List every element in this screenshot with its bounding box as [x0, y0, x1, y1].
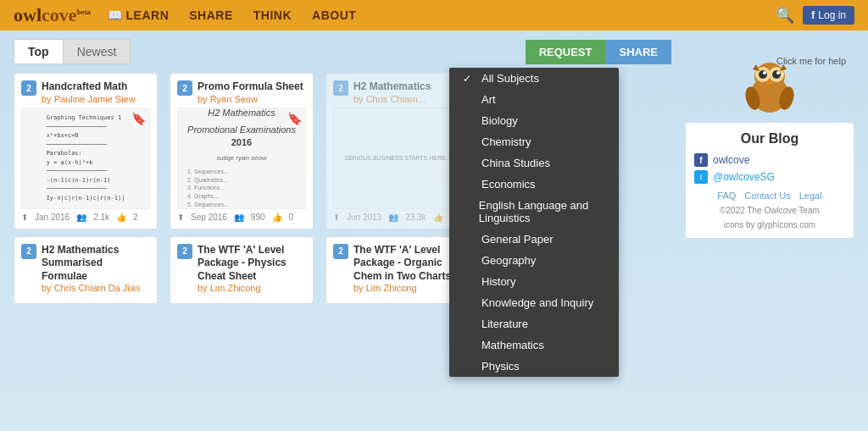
dropdown-item-history[interactable]: History	[449, 271, 619, 292]
dropdown-item-physics[interactable]: Physics	[449, 356, 619, 377]
svg-point-4	[759, 70, 767, 79]
note-author: by Chris Chiarn...	[353, 94, 431, 104]
note-date: Jan 2016	[35, 213, 70, 222]
owlcove-fb-label: owlcove	[713, 154, 749, 166]
note-views: 23.3k	[405, 213, 426, 222]
dropdown-item-chemistry[interactable]: Chemistry	[449, 131, 619, 152]
note-card-header: 2 The WTF 'A' Level Package - Physics Ch…	[177, 244, 306, 294]
click-me-label: Click me for help	[776, 56, 846, 66]
dropdown-item-art[interactable]: Art	[449, 89, 619, 110]
svg-point-7	[776, 71, 780, 75]
dropdown-item-literature[interactable]: Literature	[449, 313, 619, 334]
search-button[interactable]: 🔍	[776, 6, 794, 25]
likes-icon: 👍	[433, 213, 443, 222]
share-button[interactable]: SHARE	[605, 40, 671, 64]
upload-icon: ⬆	[333, 213, 340, 222]
note-title: Promo Formula Sheet	[198, 80, 303, 94]
bookmark-icon[interactable]: 🔖	[131, 112, 146, 125]
dropdown-item-knowledge-inquiry[interactable]: Knowledge and Inquiry	[449, 292, 619, 313]
note-card-header: 2 H2 Mathematics by Chris Chiarn...	[333, 80, 462, 104]
nav-share[interactable]: Share	[189, 8, 233, 22]
note-likes: 0	[289, 213, 294, 222]
twitter-link[interactable]: t @owlcoveSG	[694, 170, 845, 184]
note-card-header: 2 H2 Mathematics Summarised Formulae by …	[21, 244, 150, 294]
nav-learn[interactable]: 📖 Learn	[108, 8, 169, 22]
note-title: The WTF 'A' Level Package - Physics Chea…	[198, 244, 306, 284]
dropdown-item-general-paper[interactable]: General Paper	[449, 229, 619, 250]
note-meta: ⬆ Sep 2016 👥 990 👍 0	[177, 213, 306, 222]
note-card-header: 2 Promo Formula Sheet by Ryan Seow	[177, 80, 306, 104]
book-icon: 📖	[108, 8, 123, 22]
note-title: H2 Mathematics	[353, 80, 431, 94]
dropdown-item-china-studies[interactable]: China Studies	[449, 152, 619, 174]
note-date: Sep 2016	[191, 213, 227, 222]
dropdown-item-all-subjects[interactable]: ✓ All Subjects	[449, 68, 619, 89]
note-author: by Ryan Seow	[198, 94, 303, 104]
svg-point-6	[763, 71, 766, 75]
note-views: 2.1k	[93, 213, 109, 222]
note-card[interactable]: 2 The WTF 'A' Level Package - Physics Ch…	[170, 236, 314, 305]
views-icon: 👥	[76, 213, 86, 222]
note-badge: 2	[21, 244, 36, 259]
copyright: ©2022 The Owlcove Team	[694, 206, 845, 215]
views-icon: 👥	[234, 213, 244, 222]
owlcove-twitter-label: @owlcoveSG	[713, 171, 775, 183]
note-author: by Pauline Jamie Siew	[42, 94, 136, 104]
facebook-login-button[interactable]: f Log in	[803, 6, 854, 25]
note-badge: 2	[21, 80, 36, 96]
views-icon: 👥	[388, 213, 398, 222]
subjects-dropdown[interactable]: ✓ All Subjects Art Biology Chemistry Chi…	[449, 68, 619, 377]
dropdown-item-mathematics[interactable]: Mathematics	[449, 334, 619, 356]
upload-icon: ⬆	[21, 213, 28, 222]
note-thumbnail: H2 Mathematics Promotional Examinations …	[177, 108, 306, 209]
tab-newest[interactable]: Newest	[64, 39, 131, 64]
note-card[interactable]: 2 H2 Mathematics Summarised Formulae by …	[14, 236, 158, 305]
request-button[interactable]: REQUEST	[526, 40, 606, 64]
dropdown-item-economics[interactable]: Economics	[449, 174, 619, 195]
logo[interactable]: owlcovebeta	[14, 4, 91, 26]
note-meta: ⬆ Jun 2013 👥 23.3k 👍 11	[333, 213, 462, 222]
note-card[interactable]: 2 H2 Mathematics by Chris Chiarn... SERI…	[326, 73, 470, 229]
note-title: The WTF 'A' Level Package - Organic Chem…	[353, 244, 462, 284]
legal-link[interactable]: Legal	[799, 191, 822, 201]
note-views: 990	[251, 213, 265, 222]
footer-links: FAQ Contact Us Legal	[694, 191, 845, 201]
note-author: by Lim Zhicong	[353, 283, 462, 293]
thumb-content: H2 Mathematics Promotional Examinations …	[187, 108, 296, 209]
note-title: Handcrafted Math	[42, 80, 136, 94]
bookmark-icon[interactable]: 🔖	[287, 112, 302, 125]
blog-title: Our Blog	[694, 131, 845, 146]
facebook-link[interactable]: f owlcove	[694, 153, 845, 167]
note-card-header: 2 The WTF 'A' Level Package - Organic Ch…	[333, 244, 462, 294]
tabs-bar: Top Newest REQUEST SHARE	[14, 39, 671, 64]
checkmark-icon: ✓	[463, 73, 475, 85]
note-badge: 2	[177, 80, 192, 96]
note-badge: 2	[333, 244, 348, 259]
note-title: H2 Mathematics Summarised Formulae	[42, 244, 150, 284]
facebook-icon: f	[811, 9, 815, 21]
upload-icon: ⬆	[177, 213, 184, 222]
note-badge: 2	[333, 80, 348, 96]
note-card[interactable]: 2 Promo Formula Sheet by Ryan Seow H2 Ma…	[170, 73, 314, 229]
header-right: 🔍 f Log in	[776, 6, 854, 25]
nav-about[interactable]: About	[312, 8, 356, 22]
dropdown-item-english-linguistics[interactable]: English Language and Linguistics	[449, 195, 619, 229]
sidebar: Click me for help	[685, 39, 854, 304]
beta-label: beta	[77, 8, 92, 16]
owl-helper: Click me for help	[685, 56, 854, 115]
note-thumbnail: SERIOUS BUSINESS STARTS HERE...	[333, 108, 462, 209]
tab-top[interactable]: Top	[14, 39, 64, 64]
dropdown-item-geography[interactable]: Geography	[449, 250, 619, 271]
dropdown-item-biology[interactable]: Biology	[449, 110, 619, 131]
blog-card: Our Blog f owlcove t @owlcoveSG FAQ Cont…	[685, 122, 854, 239]
note-card[interactable]: 2 The WTF 'A' Level Package - Organic Ch…	[326, 236, 470, 305]
nav-think[interactable]: Think	[253, 8, 292, 22]
header: owlcovebeta 📖 Learn Share Think About 🔍 …	[0, 0, 868, 30]
contact-link[interactable]: Contact Us	[744, 191, 790, 201]
note-card[interactable]: 2 Handcrafted Math by Pauline Jamie Siew…	[14, 73, 158, 229]
twitter-icon: t	[694, 170, 708, 184]
likes-icon: 👍	[272, 213, 282, 222]
logo-text: owlcovebeta	[14, 4, 91, 26]
faq-link[interactable]: FAQ	[717, 191, 736, 201]
note-likes: 2	[133, 213, 138, 222]
